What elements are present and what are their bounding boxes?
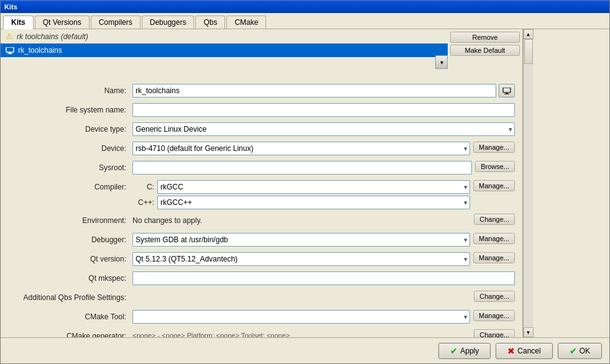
environment-label: Environment: bbox=[8, 214, 132, 225]
qt-version-select[interactable]: Qt 5.12.3 (QT5.12_Advantech) bbox=[132, 252, 470, 266]
compiler-label: Compiler: bbox=[8, 180, 132, 191]
kit-list-inner: ⚠ rk toolchains (default) rk_toolchains bbox=[1, 29, 448, 79]
additional-qbs-row: Additional Qbs Profile Settings: Change.… bbox=[8, 291, 515, 306]
tab-cmake[interactable]: CMake bbox=[226, 16, 266, 29]
form-area: Name: bbox=[1, 79, 522, 337]
cancel-label: Cancel bbox=[517, 347, 540, 355]
cmake-generator-value: <none> - <none> Platform: <none> Toolset… bbox=[132, 329, 290, 337]
device-select-wrapper: rsb-4710 (default for Generic Linux) bbox=[132, 142, 470, 155]
cmake-tool-label: CMake Tool: bbox=[8, 310, 132, 321]
cancel-button[interactable]: ✖ Cancel bbox=[496, 343, 552, 359]
compiler-cpp-line: C++: rkGCC++ bbox=[132, 196, 470, 209]
compiler-control: C: rkGCC C++: bbox=[132, 180, 515, 209]
device-type-row: Device type: Generic Linux Device bbox=[8, 122, 515, 137]
remove-button[interactable]: Remove bbox=[450, 32, 520, 43]
sysroot-browse-button[interactable]: Browse... bbox=[475, 161, 515, 172]
debugger-control: System GDB at /usr/bin/gdb Manage... bbox=[132, 233, 515, 247]
kit-item-label: rk toolchains (default) bbox=[17, 32, 88, 41]
compiler-c-label: C: bbox=[132, 183, 154, 191]
kit-item-rk-toolchains[interactable]: rk_toolchains bbox=[1, 43, 448, 57]
debugger-label: Debugger: bbox=[8, 233, 132, 244]
debugger-row: Debugger: System GDB at /usr/bin/gdb Man… bbox=[8, 233, 515, 248]
ok-button[interactable]: ✔ OK bbox=[558, 343, 602, 359]
svg-rect-1 bbox=[9, 52, 11, 53]
device-select[interactable]: rsb-4710 (default for Generic Linux) bbox=[132, 142, 470, 155]
debugger-manage-button[interactable]: Manage... bbox=[473, 233, 515, 244]
filesystem-row: File system name: bbox=[8, 103, 515, 118]
filesystem-input[interactable] bbox=[132, 103, 515, 117]
name-monitor-button[interactable] bbox=[499, 84, 515, 98]
cmake-tool-select-wrapper bbox=[132, 310, 470, 324]
window-title: Kits bbox=[4, 3, 17, 11]
cmake-generator-change-button[interactable]: Change... bbox=[474, 329, 515, 337]
device-row: Device: rsb-4710 (default for Generic Li… bbox=[8, 142, 515, 157]
device-manage-button[interactable]: Manage... bbox=[473, 142, 515, 153]
name-input[interactable] bbox=[132, 84, 496, 98]
compiler-inner: C: rkGCC C++: bbox=[132, 180, 470, 209]
cmake-generator-label: CMake generator: bbox=[8, 329, 132, 337]
left-panel: ⚠ rk toolchains (default) rk_toolchains bbox=[1, 29, 523, 337]
environment-control: No changes to apply. Change... bbox=[132, 214, 515, 225]
device-type-select[interactable]: Generic Linux Device bbox=[132, 122, 515, 136]
monitor-icon-small bbox=[502, 88, 511, 94]
compiler-row: Compiler: C: rkGCC bbox=[8, 180, 515, 209]
device-type-label: Device type: bbox=[8, 122, 132, 134]
qt-version-select-wrapper: Qt 5.12.3 (QT5.12_Advantech) bbox=[132, 252, 470, 266]
compiler-cpp-select[interactable]: rkGCC++ bbox=[157, 196, 470, 209]
tab-qbs[interactable]: Qbs bbox=[195, 16, 225, 29]
environment-change-button[interactable]: Change... bbox=[474, 214, 515, 225]
device-type-control: Generic Linux Device bbox=[132, 122, 515, 136]
main-window: Kits Kits Qt Versions Compilers Debugger… bbox=[0, 0, 610, 364]
qt-mkspec-input[interactable] bbox=[132, 271, 515, 285]
kit-item-default[interactable]: ⚠ rk toolchains (default) bbox=[1, 29, 448, 43]
cmake-tool-select[interactable] bbox=[132, 310, 470, 324]
bottom-bar: ✔ Apply ✖ Cancel ✔ OK bbox=[1, 337, 609, 363]
cmake-tool-manage-button[interactable]: Manage... bbox=[473, 310, 515, 321]
filesystem-control bbox=[132, 103, 515, 117]
qt-version-label: Qt version: bbox=[8, 252, 132, 263]
scrollbar: ▲ ▼ bbox=[523, 29, 533, 337]
cmake-generator-control: <none> - <none> Platform: <none> Toolset… bbox=[132, 329, 515, 337]
qt-version-manage-button[interactable]: Manage... bbox=[473, 252, 515, 263]
scroll-down-button[interactable]: ▼ bbox=[524, 327, 534, 337]
device-type-select-wrapper: Generic Linux Device bbox=[132, 122, 515, 136]
scrollbar-thumb[interactable] bbox=[524, 39, 533, 64]
tab-bar: Kits Qt Versions Compilers Debuggers Qbs… bbox=[1, 13, 609, 29]
name-control bbox=[132, 84, 515, 98]
debugger-select[interactable]: System GDB at /usr/bin/gdb bbox=[132, 233, 470, 247]
cmake-tool-control: Manage... bbox=[132, 310, 515, 324]
apply-check-icon: ✔ bbox=[450, 346, 458, 356]
compiler-manage-button[interactable]: Manage... bbox=[473, 180, 515, 191]
tab-kits[interactable]: Kits bbox=[3, 16, 34, 29]
svg-rect-3 bbox=[503, 88, 511, 93]
monitor-icon bbox=[6, 47, 14, 54]
name-input-area bbox=[132, 84, 515, 98]
make-default-button[interactable]: Make Default bbox=[450, 45, 520, 56]
svg-rect-5 bbox=[504, 94, 509, 94]
compiler-cpp-select-wrapper: rkGCC++ bbox=[157, 196, 470, 209]
additional-qbs-label: Additional Qbs Profile Settings: bbox=[8, 291, 132, 302]
sysroot-control: Browse... bbox=[132, 161, 515, 175]
qt-version-control: Qt 5.12.3 (QT5.12_Advantech) Manage... bbox=[132, 252, 515, 266]
name-row: Name: bbox=[8, 84, 515, 99]
main-content: ⚠ rk toolchains (default) rk_toolchains bbox=[1, 29, 609, 337]
compiler-c-line: C: rkGCC bbox=[132, 180, 470, 194]
tab-qt-versions[interactable]: Qt Versions bbox=[35, 16, 90, 29]
kit-list-right-buttons: Remove Make Default bbox=[448, 29, 522, 79]
sysroot-row: Sysroot: Browse... bbox=[8, 161, 515, 176]
environment-row: Environment: No changes to apply. Change… bbox=[8, 214, 515, 229]
kit-list-dropdown[interactable]: ▾ bbox=[435, 55, 448, 69]
qt-mkspec-label: Qt mkspec: bbox=[8, 271, 132, 283]
tab-debuggers[interactable]: Debuggers bbox=[142, 16, 195, 29]
warning-icon: ⚠ bbox=[6, 32, 13, 41]
apply-button[interactable]: ✔ Apply bbox=[438, 343, 491, 359]
filesystem-label: File system name: bbox=[8, 103, 132, 114]
sysroot-input[interactable] bbox=[132, 161, 472, 175]
cmake-generator-row: CMake generator: <none> - <none> Platfor… bbox=[8, 329, 515, 337]
svg-rect-2 bbox=[7, 53, 12, 54]
compiler-c-select[interactable]: rkGCC bbox=[157, 180, 470, 194]
qt-mkspec-control bbox=[132, 271, 515, 285]
additional-qbs-change-button[interactable]: Change... bbox=[474, 291, 515, 302]
scroll-up-button[interactable]: ▲ bbox=[524, 29, 534, 39]
tab-compilers[interactable]: Compilers bbox=[91, 16, 141, 29]
